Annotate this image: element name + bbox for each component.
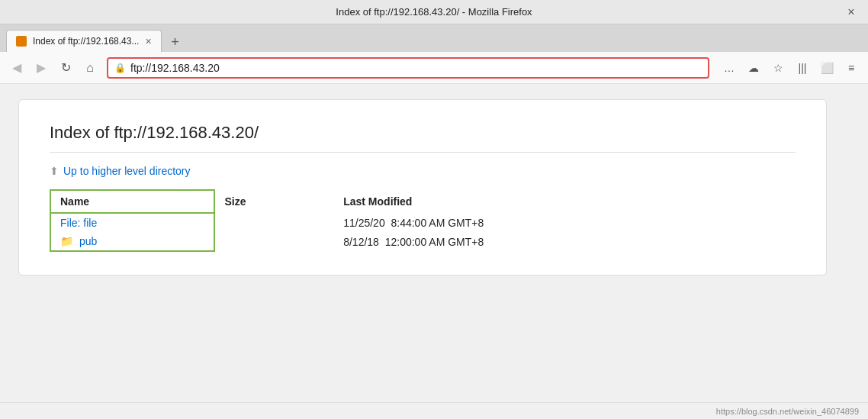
reload-button[interactable]: ↻ xyxy=(55,57,76,79)
table-row: File: file 11/25/20 8:44:00 AM GMT+8 xyxy=(50,213,795,232)
folder-icon: 📁 xyxy=(60,235,73,247)
file-name-cell: File: file xyxy=(50,213,214,232)
ftp-panel: Index of ftp://192.168.43.20/ ⬆ Up to hi… xyxy=(18,99,827,276)
size-column-header: Size xyxy=(214,190,334,213)
menu-button[interactable]: ≡ xyxy=(841,57,862,79)
name-column-header: Name xyxy=(50,190,214,213)
more-button[interactable]: … xyxy=(719,57,740,79)
tab-label: Index of ftp://192.168.43... xyxy=(33,36,139,47)
up-dir-icon: ⬆ xyxy=(50,165,59,177)
folder-size-cell xyxy=(214,232,334,251)
file-size-cell xyxy=(214,213,334,232)
home-button[interactable]: ⌂ xyxy=(79,57,101,79)
window-close-button[interactable]: × xyxy=(844,5,859,20)
url-input[interactable] xyxy=(130,62,702,74)
url-bar[interactable]: 🔒 xyxy=(107,57,709,79)
star-button[interactable]: ☆ xyxy=(767,57,789,79)
ftp-page-title: Index of ftp://192.168.43.20/ xyxy=(50,123,796,153)
pocket-button[interactable]: ☁ xyxy=(743,57,764,79)
back-button[interactable]: ◀ xyxy=(6,57,27,79)
tab-close-button[interactable]: × xyxy=(145,35,151,47)
title-bar: Index of ftp://192.168.43.20/ - Mozilla … xyxy=(0,0,868,24)
up-dir-link[interactable]: ⬆ Up to higher level directory xyxy=(50,165,796,177)
library-button[interactable]: ||| xyxy=(792,57,813,79)
file-modified-cell: 11/25/20 8:44:00 AM GMT+8 xyxy=(334,213,795,232)
file-date: 11/25/20 xyxy=(343,217,385,229)
folder-modified-cell: 8/12/18 12:00:00 AM GMT+8 xyxy=(334,232,795,251)
status-text: https://blog.csdn.net/weixin_46074899 xyxy=(716,407,859,416)
nav-bar: ◀ ▶ ↻ ⌂ 🔒 … ☁ ☆ ||| ⬜ ≡ xyxy=(0,52,868,84)
forward-button[interactable]: ▶ xyxy=(31,57,52,79)
folder-link[interactable]: pub xyxy=(79,235,97,247)
table-row: 📁 pub 8/12/18 12:00:00 AM GMT+8 xyxy=(50,232,795,251)
tab-bar: Index of ftp://192.168.43... × + xyxy=(0,24,868,52)
folder-time: 12:00:00 AM GMT+8 xyxy=(385,236,484,248)
up-dir-label: Up to higher level directory xyxy=(63,165,191,177)
url-security-icon: 🔒 xyxy=(114,63,126,73)
status-bar: https://blog.csdn.net/weixin_46074899 xyxy=(0,402,868,419)
last-modified-column-header: Last Modified xyxy=(334,190,795,213)
active-tab[interactable]: Index of ftp://192.168.43... × xyxy=(6,30,162,52)
tab-favicon xyxy=(16,36,27,47)
sync-button[interactable]: ⬜ xyxy=(816,57,837,79)
folder-name-cell: 📁 pub xyxy=(50,232,214,251)
file-time: 8:44:00 AM GMT+8 xyxy=(391,217,484,229)
file-table: Name Size Last Modified File: file 11/25… xyxy=(50,189,796,252)
file-link[interactable]: File: file xyxy=(60,217,97,229)
window-title: Index of ftp://192.168.43.20/ - Mozilla … xyxy=(336,6,532,18)
nav-right-icons: … ☁ ☆ ||| ⬜ ≡ xyxy=(719,57,862,79)
new-tab-button[interactable]: + xyxy=(165,32,186,52)
folder-date: 8/12/18 xyxy=(343,236,379,248)
table-header-row: Name Size Last Modified xyxy=(50,190,795,213)
content-area: Index of ftp://192.168.43.20/ ⬆ Up to hi… xyxy=(0,84,868,402)
